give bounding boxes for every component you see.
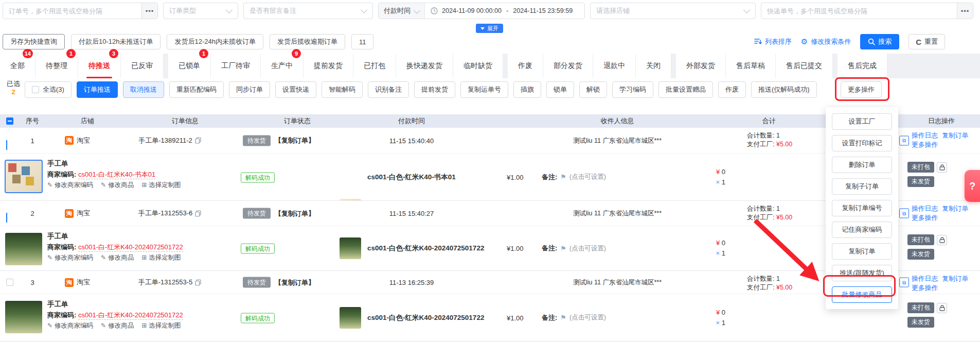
lock-button[interactable]	[937, 303, 947, 313]
action-button[interactable]: 同步订单	[229, 81, 270, 98]
tab-item[interactable]: 换快递发货	[396, 54, 453, 78]
tab-item[interactable]: 售后完成	[838, 54, 887, 78]
order-type-select[interactable]: 订单类型	[163, 3, 238, 19]
copy-order-link[interactable]: 复制订单	[942, 275, 968, 282]
copy-order-link[interactable]: 复制订单	[942, 205, 968, 212]
tab-item[interactable]: 提前发货	[304, 54, 353, 78]
select-all-checkbox[interactable]: 全选(3)	[25, 81, 72, 98]
row-checkbox[interactable]	[6, 213, 7, 223]
batch-edit-menu-item[interactable]: 批量修改商品	[832, 286, 892, 303]
action-button[interactable]: 推送(仅解码成功)	[751, 81, 817, 98]
header-checkbox[interactable]	[6, 117, 13, 125]
action-button[interactable]: 插旗	[513, 81, 541, 98]
edit-product-link[interactable]: ✎修改商品	[101, 180, 134, 191]
quick-filter-button[interactable]: 发货后12-24h内未揽收订单	[167, 34, 263, 49]
tab-item[interactable]: 已反审	[121, 54, 164, 78]
tab-item[interactable]: 退款中	[593, 54, 636, 78]
remark-hint[interactable]: (点击可设置)	[569, 313, 606, 322]
more-operations-link[interactable]: 更多操作	[912, 214, 938, 222]
action-button[interactable]: 识别备注	[368, 81, 409, 98]
modify-search-button[interactable]: ⚙ 修改搜索条件	[801, 37, 851, 46]
more-operations-link[interactable]: 更多操作	[912, 141, 938, 148]
product-thumbnail[interactable]	[5, 233, 42, 265]
print-log-icon-button[interactable]: ⧉	[899, 209, 909, 218]
tab-item[interactable]: 全部14	[0, 54, 35, 78]
search-button[interactable]: 搜索	[860, 34, 899, 49]
flag-icon[interactable]: ⚑	[560, 245, 566, 252]
print-log-icon-button[interactable]: ⧉	[899, 278, 909, 287]
pay-time-select[interactable]: 付款时间	[379, 3, 425, 19]
action-button[interactable]: 复制运单号	[460, 81, 508, 98]
tab-item[interactable]: 待推送3	[78, 54, 121, 78]
menu-item[interactable]: 设置打印标记	[832, 135, 892, 151]
order-push-button[interactable]: 订单推送	[77, 81, 118, 98]
menu-item[interactable]: 删除订单	[832, 157, 892, 173]
more-operations-link[interactable]: 更多操作	[912, 284, 938, 292]
edit-product-link[interactable]: ✎修改商品	[101, 252, 134, 263]
cancel-push-button[interactable]: 取消推送	[123, 81, 164, 98]
action-button[interactable]: 重新匹配编码	[169, 81, 224, 98]
menu-item[interactable]: 记住商家编码	[832, 222, 892, 238]
tab-item[interactable]: 工厂待审	[211, 54, 261, 78]
remark-hint[interactable]: (点击可设置)	[569, 173, 606, 181]
quick-filter-button[interactable]: 付款后10-12h未推送订单	[71, 34, 161, 49]
action-button[interactable]: 智能解码	[322, 81, 363, 98]
product-thumbnail[interactable]	[5, 160, 42, 193]
tab-item[interactable]: 售后草稿	[726, 54, 776, 78]
operation-log-link[interactable]: 操作日志	[912, 205, 938, 212]
quick-filter-button[interactable]: 另存为快捷查询	[3, 34, 65, 49]
flag-icon[interactable]: ⚑	[560, 314, 566, 321]
product-thumbnail-small[interactable]	[340, 307, 361, 329]
tab-item[interactable]: 待整理1	[35, 54, 78, 78]
action-button[interactable]: 解锁	[579, 81, 607, 98]
copy-icon[interactable]	[195, 137, 201, 144]
menu-item[interactable]: 设置工厂	[832, 113, 892, 130]
tab-item[interactable]: 外部发货	[676, 54, 726, 78]
tab-item[interactable]: 作废	[508, 54, 543, 78]
tab-item[interactable]: 已锁单1	[168, 54, 211, 78]
action-button[interactable]: 设置快递	[275, 81, 316, 98]
print-log-icon-button[interactable]: ⧉	[899, 135, 909, 145]
tab-item[interactable]: 临时缺货	[453, 54, 503, 78]
order-number-input[interactable]	[3, 7, 141, 15]
copy-icon[interactable]	[195, 279, 201, 286]
tab-item[interactable]: 关闭	[636, 54, 671, 78]
tracking-number-input[interactable]	[761, 7, 957, 15]
date-range-input[interactable]: 2024-11-09 00:00:00 - 2024-11-15 23:59:5…	[442, 7, 573, 14]
lock-button[interactable]	[937, 162, 947, 173]
action-button[interactable]: 锁单	[546, 81, 574, 98]
product-thumbnail-small[interactable]	[340, 237, 361, 259]
choose-custom-image-link[interactable]: ⊞选择定制图	[141, 320, 181, 331]
list-sort-button[interactable]: 列表排序	[754, 37, 792, 46]
edit-product-link[interactable]: ✎修改商品	[101, 320, 134, 331]
tab-item[interactable]: 已打包	[353, 54, 396, 78]
row-checkbox[interactable]	[6, 140, 7, 150]
quick-filter-button[interactable]: 11	[351, 34, 374, 49]
reset-button[interactable]: C 重置	[908, 34, 945, 49]
menu-item[interactable]: 复制订单编号	[832, 200, 892, 216]
choose-custom-image-link[interactable]: ⊞选择定制图	[141, 180, 181, 191]
quick-filter-button[interactable]: 发货后揽收逾期订单	[270, 34, 345, 49]
more-actions-button[interactable]: 更多操作	[841, 81, 882, 98]
edit-merchant-code-link[interactable]: ✎修改商家编码	[47, 320, 93, 331]
row-checkbox[interactable]	[6, 279, 13, 286]
operation-log-link[interactable]: 操作日志	[912, 275, 938, 282]
tab-item[interactable]: 售后已提交	[776, 54, 833, 78]
edit-merchant-code-link[interactable]: ✎修改商家编码	[47, 180, 93, 191]
action-button[interactable]: 学习编码	[612, 81, 653, 98]
action-button[interactable]: 批量设置赠品	[658, 81, 713, 98]
flag-icon[interactable]: ⚑	[560, 173, 566, 181]
menu-item[interactable]: 复制子订单	[832, 178, 892, 195]
action-button[interactable]: 作废	[718, 81, 746, 98]
copy-order-link[interactable]: 复制订单	[942, 131, 968, 139]
shop-select[interactable]: 请选择店铺	[590, 3, 756, 19]
lock-button[interactable]	[937, 235, 947, 245]
help-button[interactable]: ?	[965, 170, 980, 202]
operation-log-link[interactable]: 操作日志	[912, 131, 938, 139]
choose-custom-image-link[interactable]: ⊞选择定制图	[141, 252, 181, 263]
message-filter-select[interactable]: 是否有留言备注	[243, 3, 373, 19]
more-dots-button[interactable]: •••	[957, 3, 973, 19]
product-thumbnail[interactable]	[5, 301, 42, 333]
collapse-filters-button[interactable]: 展开	[476, 24, 503, 33]
tab-item[interactable]: 生产中9	[261, 54, 304, 78]
